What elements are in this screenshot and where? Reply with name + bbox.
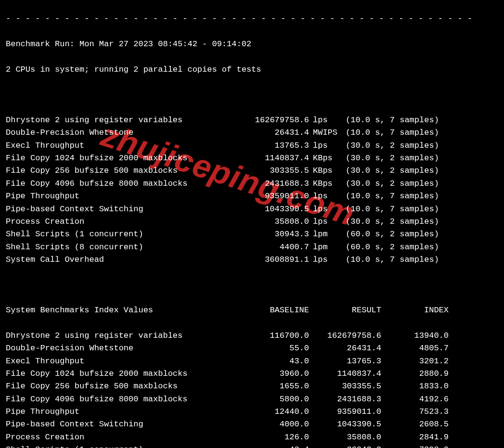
index-baseline: 1655.0 xyxy=(213,380,309,393)
test-sample: (10.0 s, 7 samples) xyxy=(341,190,439,203)
test-row: System Call Overhead3608891.1lps(10.0 s,… xyxy=(6,254,498,266)
index-result: 26431.4 xyxy=(309,342,381,355)
cpu-info-header: 2 CPUs in system; running 2 parallel cop… xyxy=(6,64,498,76)
index-index: 2841.9 xyxy=(381,431,449,444)
test-sample: (10.0 s, 7 samples) xyxy=(341,114,439,127)
test-row: Pipe Throughput9359011.0lps(10.0 s, 7 sa… xyxy=(6,190,498,203)
test-value: 162679758.6 xyxy=(213,114,309,127)
index-row: File Copy 1024 bufsize 2000 maxblocks396… xyxy=(6,368,498,380)
test-row: Dhrystone 2 using register variables1626… xyxy=(6,114,498,127)
blank-line xyxy=(6,89,498,101)
test-row: Execl Throughput13765.3lps(30.0 s, 2 sam… xyxy=(6,140,498,152)
test-name: File Copy 4096 bufsize 8000 maxblocks xyxy=(6,178,213,190)
test-sample: (10.0 s, 7 samples) xyxy=(341,127,439,139)
test-name: Pipe-based Context Switching xyxy=(6,203,213,216)
blank-line xyxy=(6,279,498,292)
test-row: File Copy 1024 bufsize 2000 maxblocks114… xyxy=(6,152,498,165)
index-baseline: 12440.0 xyxy=(213,406,309,418)
test-unit: lps xyxy=(309,203,341,216)
index-baseline: 126.0 xyxy=(213,431,309,444)
index-name: Shell Scripts (1 concurrent) xyxy=(6,444,213,448)
test-name: Pipe Throughput xyxy=(6,190,213,203)
index-baseline: 43.0 xyxy=(213,355,309,368)
test-value: 13765.3 xyxy=(213,140,309,152)
index-header-title: System Benchmarks Index Values xyxy=(6,304,213,317)
index-index: 2880.9 xyxy=(381,368,449,380)
index-baseline: 5800.0 xyxy=(213,393,309,406)
test-unit: KBps xyxy=(309,152,341,165)
test-unit: KBps xyxy=(309,165,341,177)
index-row: Execl Throughput43.013765.33201.2 xyxy=(6,355,498,368)
index-name: Process Creation xyxy=(6,431,213,444)
test-row: Pipe-based Context Switching1043390.5lps… xyxy=(6,203,498,216)
test-name: Shell Scripts (1 concurrent) xyxy=(6,228,213,241)
test-name: Double-Precision Whetstone xyxy=(6,127,213,139)
index-header-baseline: BASELINE xyxy=(213,304,309,317)
index-baseline: 4000.0 xyxy=(213,418,309,431)
test-sample: (30.0 s, 2 samples) xyxy=(341,178,439,190)
index-baseline: 3960.0 xyxy=(213,368,309,380)
index-name: Double-Precision Whetstone xyxy=(6,342,213,355)
test-value: 9359011.0 xyxy=(213,190,309,203)
index-name: Pipe-based Context Switching xyxy=(6,418,213,431)
index-row: Dhrystone 2 using register variables1167… xyxy=(6,330,498,342)
index-index: 1833.0 xyxy=(381,380,449,393)
index-index: 7298.0 xyxy=(381,444,449,448)
test-unit: lps xyxy=(309,216,341,228)
index-row: File Copy 4096 bufsize 8000 maxblocks580… xyxy=(6,393,498,406)
terminal-output: - - - - - - - - - - - - - - - - - - - - … xyxy=(0,0,504,448)
index-index: 7523.3 xyxy=(381,406,449,418)
test-name: System Call Overhead xyxy=(6,254,213,266)
test-unit: lpm xyxy=(309,241,341,254)
test-sample: (10.0 s, 7 samples) xyxy=(341,254,439,266)
test-row: File Copy 256 bufsize 500 maxblocks30335… xyxy=(6,165,498,177)
test-unit: lps xyxy=(309,140,341,152)
test-name: Dhrystone 2 using register variables xyxy=(6,114,213,127)
test-sample: (60.0 s, 2 samples) xyxy=(341,228,439,241)
test-row: Double-Precision Whetstone26431.4MWIPS(1… xyxy=(6,127,498,139)
index-index: 13940.0 xyxy=(381,330,449,342)
index-result: 2431688.3 xyxy=(309,393,381,406)
test-unit: KBps xyxy=(309,178,341,190)
test-row: Shell Scripts (8 concurrent)4400.7lpm(60… xyxy=(6,241,498,254)
test-name: File Copy 1024 bufsize 2000 maxblocks xyxy=(6,152,213,165)
index-result: 13765.3 xyxy=(309,355,381,368)
test-unit: lpm xyxy=(309,228,341,241)
divider-line: - - - - - - - - - - - - - - - - - - - - … xyxy=(6,13,498,25)
index-result: 303355.5 xyxy=(309,380,381,393)
index-name: Pipe Throughput xyxy=(6,406,213,418)
index-index: 2608.5 xyxy=(381,418,449,431)
index-name: Execl Throughput xyxy=(6,355,213,368)
test-value: 1140837.4 xyxy=(213,152,309,165)
test-value: 26431.4 xyxy=(213,127,309,139)
index-row: Double-Precision Whetstone55.026431.4480… xyxy=(6,342,498,355)
test-row: File Copy 4096 bufsize 8000 maxblocks243… xyxy=(6,178,498,190)
test-value: 1043390.5 xyxy=(213,203,309,216)
index-result: 30943.3 xyxy=(309,444,381,448)
index-row: Shell Scripts (1 concurrent)42.430943.37… xyxy=(6,444,498,448)
test-sample: (30.0 s, 2 samples) xyxy=(341,152,439,165)
test-row: Shell Scripts (1 concurrent)30943.3lpm(6… xyxy=(6,228,498,241)
index-baseline: 42.4 xyxy=(213,444,309,448)
index-index: 3201.2 xyxy=(381,355,449,368)
test-unit: MWIPS xyxy=(309,127,341,139)
index-row: Process Creation126.035808.02841.9 xyxy=(6,431,498,444)
index-header-result: RESULT xyxy=(309,304,381,317)
index-index: 4192.6 xyxy=(381,393,449,406)
index-row: Pipe Throughput12440.09359011.07523.3 xyxy=(6,406,498,418)
test-value: 4400.7 xyxy=(213,241,309,254)
test-unit: lps xyxy=(309,254,341,266)
index-result: 162679758.6 xyxy=(309,330,381,342)
index-name: Dhrystone 2 using register variables xyxy=(6,330,213,342)
index-result: 1140837.4 xyxy=(309,368,381,380)
index-name: File Copy 4096 bufsize 8000 maxblocks xyxy=(6,393,213,406)
test-sample: (30.0 s, 2 samples) xyxy=(341,216,439,228)
index-header-index: INDEX xyxy=(381,304,449,317)
test-unit: lps xyxy=(309,190,341,203)
index-row: File Copy 256 bufsize 500 maxblocks1655.… xyxy=(6,380,498,393)
test-value: 30943.3 xyxy=(213,228,309,241)
index-name: File Copy 256 bufsize 500 maxblocks xyxy=(6,380,213,393)
index-baseline: 116700.0 xyxy=(213,330,309,342)
test-sample: (60.0 s, 2 samples) xyxy=(341,241,439,254)
index-name: File Copy 1024 bufsize 2000 maxblocks xyxy=(6,368,213,380)
